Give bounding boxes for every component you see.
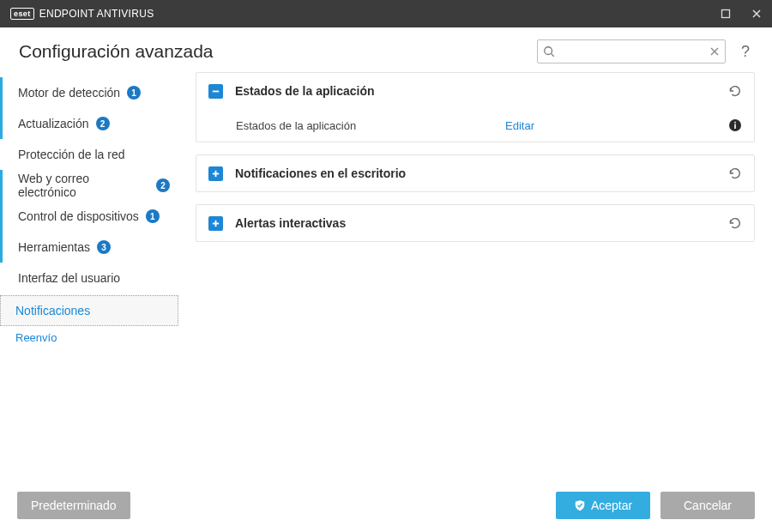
close-button[interactable] — [748, 5, 765, 22]
brand-box: eset — [10, 8, 34, 20]
sidebar-item-network-protection[interactable]: Protección de la red — [0, 139, 178, 170]
svg-rect-2 — [213, 90, 219, 92]
sidebar-item-ui[interactable]: Interfaz del usuario — [0, 263, 178, 293]
edit-link[interactable]: Editar — [505, 119, 534, 132]
sidebar: Motor de detección 1 Actualización 2 Pro… — [0, 72, 187, 475]
cancel-button[interactable]: Cancelar — [660, 492, 755, 519]
info-icon[interactable] — [728, 118, 742, 132]
brand-name: ENDPOINT ANTIVIRUS — [39, 8, 154, 20]
content: Estados de la aplicación Estados de la a… — [187, 72, 772, 475]
search-box[interactable] — [537, 39, 726, 63]
panel-title: Alertas interactivas — [235, 216, 715, 230]
panel-header[interactable]: Notificaciones en el escritorio — [196, 155, 754, 191]
accept-button[interactable]: Aceptar — [556, 492, 650, 519]
svg-rect-7 — [213, 172, 219, 174]
clear-search-icon[interactable] — [709, 46, 720, 57]
panel-interactive-alerts: Alertas interactivas — [196, 204, 755, 242]
brand: eset ENDPOINT ANTIVIRUS — [10, 8, 154, 20]
svg-rect-0 — [722, 10, 730, 18]
sidebar-item-device-control[interactable]: Control de dispositivos 1 — [0, 201, 178, 232]
search-input[interactable] — [555, 45, 709, 58]
sidebar-item-web-email[interactable]: Web y correo electrónico 2 — [0, 170, 178, 201]
panel-desktop-notifications: Notificaciones en el escritorio — [196, 154, 755, 192]
panel-row: Estados de la aplicación Editar — [196, 109, 754, 142]
panel-header[interactable]: Estados de la aplicación — [196, 73, 754, 109]
expand-icon[interactable] — [208, 216, 223, 231]
sidebar-item-notifications[interactable]: Notificaciones — [0, 295, 178, 326]
undo-icon[interactable] — [727, 83, 742, 99]
badge: 1 — [127, 86, 141, 100]
sidebar-item-label: Actualización — [18, 117, 89, 130]
sidebar-item-label: Interfaz del usuario — [18, 271, 120, 285]
sidebar-subitem-forwarding[interactable]: Reenvío — [0, 326, 178, 348]
sidebar-item-label: Web y correo electrónico — [18, 172, 149, 199]
svg-rect-5 — [734, 122, 736, 124]
sidebar-item-label: Protección de la red — [18, 148, 125, 161]
badge: 2 — [96, 117, 110, 130]
window-controls — [717, 5, 765, 22]
maximize-button[interactable] — [717, 5, 734, 22]
sidebar-item-tools[interactable]: Herramientas 3 — [0, 232, 178, 263]
badge: 3 — [97, 240, 111, 254]
panel-header[interactable]: Alertas interactivas — [196, 205, 754, 241]
page-title: Configuración avanzada — [19, 41, 214, 62]
help-button[interactable]: ? — [736, 43, 755, 61]
title-bar: eset ENDPOINT ANTIVIRUS — [0, 0, 772, 27]
sidebar-item-label: Reenvío — [15, 331, 57, 344]
sidebar-item-label: Control de dispositivos — [18, 209, 139, 223]
button-label: Predeterminado — [31, 499, 117, 512]
collapse-icon[interactable] — [208, 84, 223, 99]
search-icon — [543, 45, 555, 57]
footer: Predeterminado Aceptar Cancelar — [0, 479, 772, 532]
expand-icon[interactable] — [208, 166, 223, 181]
badge: 1 — [146, 209, 160, 223]
undo-icon[interactable] — [727, 215, 742, 231]
shield-check-icon — [574, 499, 586, 511]
button-label: Aceptar — [591, 499, 632, 512]
sidebar-item-label: Notificaciones — [15, 304, 90, 317]
undo-icon[interactable] — [727, 166, 742, 181]
panel-title: Estados de la aplicación — [235, 84, 715, 98]
sidebar-item-detection-engine[interactable]: Motor de detección 1 — [0, 77, 178, 108]
svg-point-1 — [545, 47, 552, 55]
sidebar-item-label: Motor de detección — [18, 86, 120, 100]
button-label: Cancelar — [684, 499, 732, 512]
svg-rect-4 — [734, 124, 736, 130]
default-button[interactable]: Predeterminado — [17, 492, 130, 519]
panel-app-statuses: Estados de la aplicación Estados de la a… — [196, 72, 755, 142]
row-label: Estados de la aplicación — [236, 119, 493, 132]
badge: 2 — [156, 178, 170, 192]
svg-rect-9 — [213, 222, 219, 224]
panel-title: Notificaciones en el escritorio — [235, 166, 715, 180]
sidebar-item-update[interactable]: Actualización 2 — [0, 108, 178, 139]
header: Configuración avanzada ? — [0, 27, 772, 72]
sidebar-item-label: Herramientas — [18, 240, 90, 254]
